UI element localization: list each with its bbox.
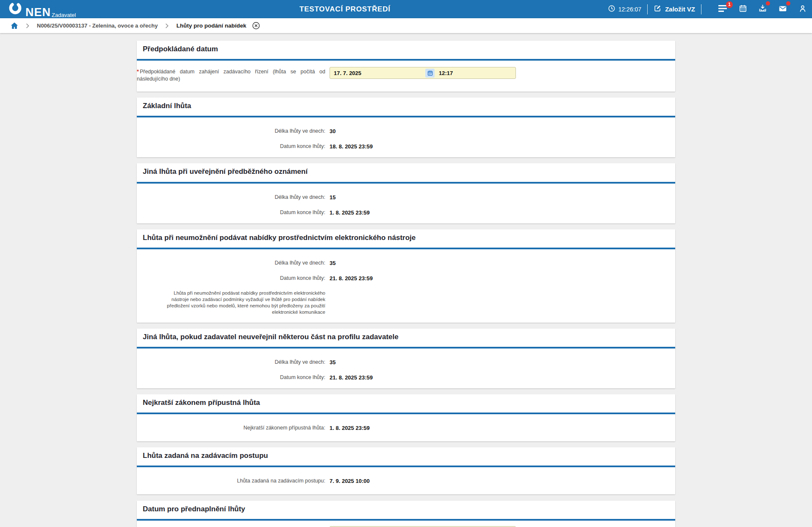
- field-label: Nejkratší zákonem přípustná lhůta:: [137, 424, 325, 432]
- field-row: Datum konce lhůty: 1. 8. 2025 23:59: [137, 209, 675, 216]
- field-value: 21. 8. 2025 23:59: [330, 374, 373, 381]
- environment-title: TESTOVACÍ PROSTŘEDÍ: [299, 0, 391, 18]
- mail-icon: [778, 4, 787, 15]
- create-vz-label: Založit VZ: [665, 6, 695, 13]
- section-expected-date: Předpokládané datum *Předpokládané datum…: [137, 41, 675, 92]
- section-title: Jiná lhůta, pokud zadavatel neuveřejnil …: [137, 329, 675, 341]
- section-prior-notice-deadline: Jiná lhůta při uveřejnění předběžného oz…: [137, 163, 675, 223]
- section-title: Lhůta při neumožnění podávat nabídky pro…: [137, 229, 675, 242]
- user-profile-button[interactable]: [798, 4, 807, 14]
- field-row: Datum konce lhůty: 21. 8. 2025 23:59: [137, 374, 675, 381]
- breadcrumb-current-page: Lhůty pro podání nabídek: [176, 22, 246, 29]
- field-row: Délka lhůty ve dnech: 15: [137, 194, 675, 201]
- downloads-button[interactable]: [758, 4, 767, 14]
- field-value: 15: [330, 194, 335, 201]
- field-value: 18. 8. 2025 23:59: [330, 143, 373, 150]
- required-marker: *: [137, 69, 139, 75]
- section-explanatory-note: Lhůta při neumožnění podávat nabídky pro…: [156, 290, 325, 315]
- brand-subtitle: Zadavatel: [52, 12, 76, 18]
- edit-square-icon: [654, 4, 662, 14]
- expected-start-date-input[interactable]: [330, 70, 425, 76]
- field-value: 21. 8. 2025 23:59: [330, 275, 373, 282]
- chevron-right-icon: [26, 23, 29, 28]
- menu-badge: 1: [726, 1, 733, 8]
- header-separator: [701, 4, 701, 14]
- field-value: 35: [330, 359, 335, 366]
- home-icon[interactable]: [11, 22, 18, 29]
- field-row: Nejkratší zákonem přípustná lhůta: 1. 8.…: [137, 424, 675, 432]
- nen-logo[interactable]: NEN Zadavatel: [8, 0, 76, 18]
- field-label: Délka lhůty ve dnech:: [137, 259, 325, 267]
- field-label: Datum konce lhůty:: [137, 209, 325, 216]
- field-label: Datum konce lhůty:: [137, 275, 325, 282]
- section-title: Předpokládané datum: [137, 41, 675, 53]
- section-title: Lhůta zadaná na zadávacím postupu: [137, 447, 675, 460]
- field-label: Datum konce lhůty:: [137, 143, 325, 150]
- user-icon: [798, 4, 807, 14]
- main-menu-button[interactable]: 1: [718, 5, 728, 14]
- field-label: Délka lhůty ve dnech:: [137, 194, 325, 201]
- top-header-bar: NEN Zadavatel TESTOVACÍ PROSTŘEDÍ 12:26:…: [0, 0, 812, 18]
- field-row: Délka lhůty ve dnech: 35: [137, 359, 675, 366]
- calendar-picker-button[interactable]: [425, 69, 435, 78]
- section-unpublished-part-deadline: Jiná lhůta, pokud zadavatel neuveřejnil …: [137, 329, 675, 388]
- calendar-picker-icon: [427, 70, 433, 76]
- messages-button[interactable]: [778, 4, 787, 15]
- header-actions: 12:26:07 Založit VZ 1: [608, 0, 807, 18]
- field-row: Datum konce lhůty: 18. 8. 2025 23:59: [137, 143, 675, 150]
- field-row: Délka lhůty ve dnech: 35: [137, 259, 675, 267]
- section-title: Základní lhůta: [137, 98, 675, 110]
- field-label: Délka lhůty ve dnech:: [137, 359, 325, 366]
- field-value: 30: [330, 128, 335, 135]
- section-prefill-date: Datum pro přednaplnění lhůty *Datum pro …: [137, 501, 675, 527]
- breadcrumb-procurement-link[interactable]: N006/25/V00003137 - Zelenina, ovoce a oř…: [37, 22, 158, 29]
- section-title: Nejkratší zákonem přípustná lhůta: [137, 394, 675, 407]
- field-label: Datum konce lhůty:: [137, 374, 325, 381]
- close-icon[interactable]: [252, 22, 260, 30]
- clock-time-label: 12:26:07: [618, 6, 642, 13]
- field-row: Lhůta zadaná na zadávacím postupu: 7. 9.…: [137, 477, 675, 485]
- field-value: 35: [330, 259, 335, 267]
- brand-name: NEN: [25, 7, 51, 18]
- section-procedure-deadline: Lhůta zadaná na zadávacím postupu Lhůta …: [137, 447, 675, 494]
- calendar-button[interactable]: [739, 4, 747, 14]
- field-value: 7. 9. 2025 10:00: [330, 477, 370, 485]
- downloads-badge-dot: [766, 1, 770, 6]
- section-shortest-legal-deadline: Nejkratší zákonem přípustná lhůta Nejkra…: [137, 394, 675, 441]
- chevron-right-icon: [165, 23, 169, 28]
- section-title: Datum pro přednaplnění lhůty: [137, 501, 675, 513]
- field-label: Délka lhůty ve dnech:: [137, 128, 325, 135]
- field-row: Délka lhůty ve dnech: 30: [137, 128, 675, 135]
- header-separator: [647, 4, 648, 14]
- clock-icon: [608, 5, 615, 14]
- deadlines-form: Předpokládané datum *Předpokládané datum…: [137, 41, 675, 527]
- expected-start-time-input[interactable]: [435, 70, 515, 76]
- expected-start-date-label: *Předpokládané datum zahájení zadávacího…: [137, 68, 325, 83]
- field-label: Lhůta zadaná na zadávacím postupu:: [137, 477, 325, 485]
- nen-swoosh-logo-icon: [8, 0, 23, 17]
- field-row: Datum konce lhůty: 21. 8. 2025 23:59: [137, 275, 675, 282]
- field-value: 1. 8. 2025 23:59: [330, 209, 370, 216]
- field-value: 1. 8. 2025 23:59: [330, 424, 370, 432]
- section-title: Jiná lhůta při uveřejnění předběžného oz…: [137, 163, 675, 176]
- server-time: 12:26:07: [608, 5, 642, 14]
- calendar-icon: [739, 4, 747, 14]
- messages-badge-dot: [786, 1, 790, 6]
- breadcrumb: N006/25/V00003137 - Zelenina, ovoce a oř…: [0, 18, 812, 33]
- section-basic-deadline: Základní lhůta Délka lhůty ve dnech: 30 …: [137, 98, 675, 157]
- expected-start-datetime-field: [330, 67, 516, 79]
- create-vz-button[interactable]: Založit VZ: [654, 4, 695, 14]
- inbox-download-icon: [758, 4, 767, 14]
- section-no-electronic-tool-deadline: Lhůta při neumožnění podávat nabídky pro…: [137, 229, 675, 323]
